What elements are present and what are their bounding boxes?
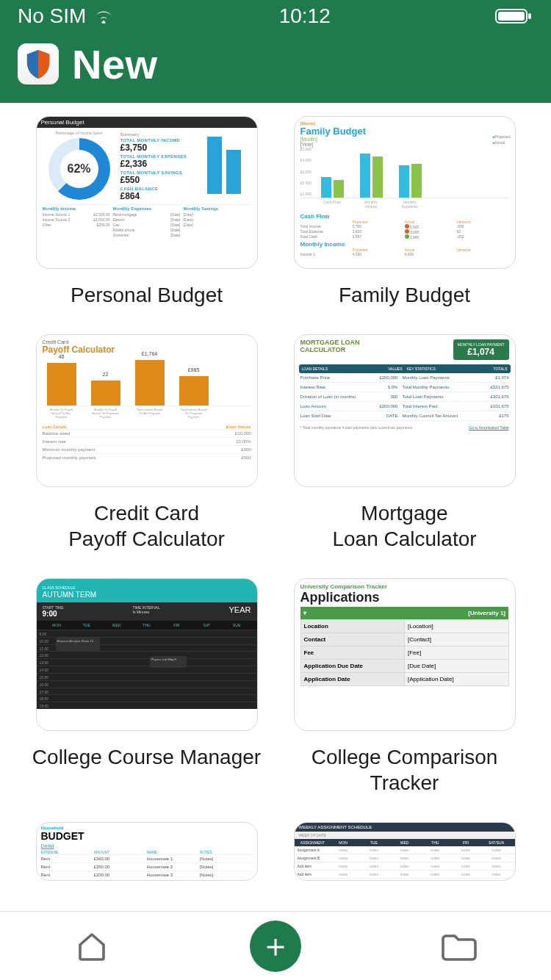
screen: No SIM 10:12 New Personal Budget bbox=[0, 0, 551, 980]
bottom-toolbar: ＋ bbox=[0, 911, 551, 980]
clock: 10:12 bbox=[279, 4, 331, 28]
template-caption: College Comparison Tracker bbox=[311, 744, 498, 796]
template-gallery[interactable]: Personal Budget Percentage of Income Spe… bbox=[0, 103, 551, 911]
template-household-budget[interactable]: Household BUDGET Detail EXPENSEAMOUNTNAM… bbox=[29, 822, 264, 881]
new-button[interactable]: ＋ bbox=[209, 920, 342, 972]
template-caption: College Course Manager bbox=[32, 744, 261, 770]
template-caption: Mortgage Loan Calculator bbox=[332, 500, 476, 552]
folder-button[interactable] bbox=[393, 930, 525, 962]
template-caption: Personal Budget bbox=[71, 282, 223, 308]
template-caption: Family Budget bbox=[339, 282, 470, 308]
home-button[interactable] bbox=[26, 929, 158, 964]
app-icon bbox=[18, 43, 59, 84]
template-college-comparison[interactable]: University Comparison Tracker Applicatio… bbox=[287, 578, 522, 796]
template-family-budget[interactable]: [Name] Family Budget [Month] [Year] Proj… bbox=[287, 116, 522, 308]
template-caption: Credit Card Payoff Calculator bbox=[68, 500, 225, 552]
plus-icon: ＋ bbox=[259, 924, 292, 968]
page-title: New bbox=[72, 40, 158, 88]
status-bar: No SIM 10:12 bbox=[0, 0, 551, 32]
template-credit-card[interactable]: Credit Card Payoff Calculator 40 22 £1,7… bbox=[29, 334, 264, 552]
wifi-icon bbox=[93, 8, 114, 24]
template-weekly-assignment[interactable]: WEEKLY ASSIGNMENT SCHEDULE WEEK OF DATE … bbox=[287, 822, 522, 881]
svg-rect-1 bbox=[498, 12, 525, 21]
home-icon bbox=[74, 929, 109, 964]
template-mortgage[interactable]: MORTGAGE LOANCALCULATOR MONTHLY LOAN PAY… bbox=[287, 334, 522, 552]
battery-icon bbox=[495, 7, 533, 25]
svg-rect-2 bbox=[528, 13, 531, 19]
template-personal-budget[interactable]: Personal Budget Percentage of Income Spe… bbox=[29, 116, 264, 308]
thumb-title: Personal Budget bbox=[37, 117, 257, 128]
carrier-label: No SIM bbox=[18, 4, 86, 28]
folder-icon bbox=[440, 930, 478, 962]
header: New bbox=[0, 32, 551, 103]
template-course-manager[interactable]: CLASS SCHEDULEAUTUMN TERM START TIME9:00… bbox=[29, 578, 264, 796]
